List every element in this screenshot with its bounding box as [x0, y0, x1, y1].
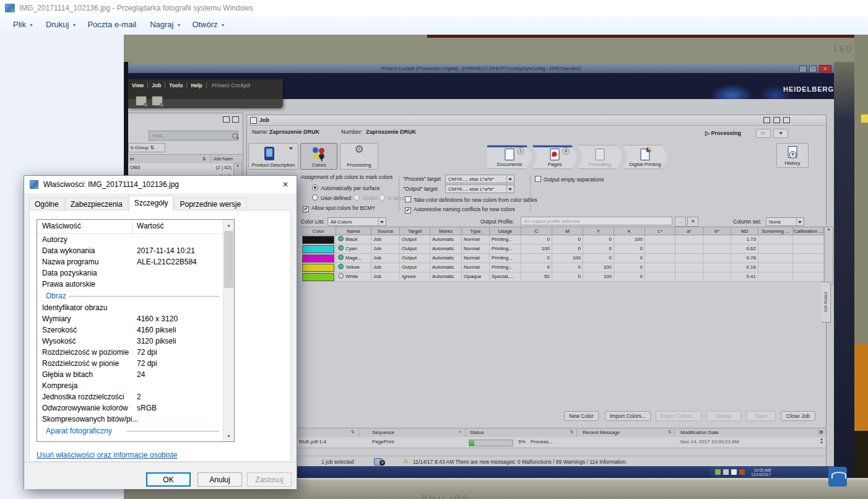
- column-header-nd[interactable]: ND: [731, 227, 758, 235]
- column-header-type[interactable]: Type: [462, 227, 490, 235]
- property-row[interactable]: Data pozyskania: [37, 267, 234, 279]
- find-input[interactable]: Find...: [149, 131, 238, 141]
- stop-processing-button[interactable]: ■: [773, 129, 788, 138]
- history-button[interactable]: History: [776, 143, 809, 168]
- property-row[interactable]: Prawa autorskie: [37, 279, 234, 290]
- column-header-target[interactable]: Target: [400, 227, 430, 235]
- color-table-scrollbar[interactable]: ▲: [824, 227, 833, 285]
- property-row[interactable]: Jednostka rozdzielczości2: [37, 391, 234, 402]
- menu-view[interactable]: View: [128, 82, 148, 89]
- property-row[interactable]: Autorzy: [37, 234, 234, 245]
- panel-maximize-icon[interactable]: [783, 117, 790, 123]
- tab-poprzednie-wersje[interactable]: Poprzednie wersje: [174, 197, 246, 210]
- column-set-select[interactable]: None: [766, 217, 804, 226]
- property-row[interactable]: Szerokość4160 pikseli: [37, 324, 234, 336]
- tab-zabezpieczenia[interactable]: Zabezpieczenia: [65, 197, 128, 210]
- cancel-button[interactable]: Anuluj: [197, 472, 242, 487]
- tab-szczeg-y[interactable]: Szczegóły: [129, 196, 174, 210]
- panel-float-icon[interactable]: [232, 116, 239, 123]
- job-group-row[interactable]: OBS (2 | 62): [128, 163, 243, 173]
- column-header-marks[interactable]: Marks: [430, 227, 462, 235]
- color-table-row[interactable]: YellowJobOutputAutomaticNormalPrinting..…: [301, 263, 825, 272]
- column-header-color[interactable]: Color: [301, 227, 336, 235]
- property-row[interactable]: Identyfikator obrazu: [37, 302, 234, 313]
- property-row[interactable]: Odwzorowywanie kolorówsRGB: [37, 402, 234, 414]
- output-profile-field[interactable]: No output profile selected: [521, 217, 672, 225]
- checkbox-output-empty-separations[interactable]: Output empty separations: [535, 176, 604, 183]
- column-header-screening[interactable]: Screening ...: [758, 227, 793, 235]
- property-row[interactable]: Data wykonania2017-11-14 10:21: [37, 245, 234, 256]
- column-header-calibration[interactable]: Calibration ...: [793, 227, 824, 235]
- column-header-name[interactable]: Name: [336, 227, 371, 235]
- toolbar-icon-printer[interactable]: [152, 96, 163, 106]
- property-row[interactable]: Nazwa programuALE-L21C22B584: [37, 256, 234, 267]
- workflow-step-precutting[interactable]: Precutting: [578, 145, 623, 169]
- viewer-menu-drukuj[interactable]: Drukuj▼: [44, 19, 79, 30]
- menu-help[interactable]: Help: [187, 82, 206, 89]
- viewer-menu-plik[interactable]: Plik▼: [11, 19, 35, 30]
- apply-button[interactable]: Zastosuj: [247, 472, 292, 487]
- column-header-usage[interactable]: Usage: [490, 227, 521, 235]
- column-header-y[interactable]: Y: [583, 227, 614, 235]
- colors-button[interactable]: Colors: [300, 143, 337, 170]
- column-header-l[interactable]: L*: [645, 227, 675, 235]
- panel-pin-icon[interactable]: [763, 117, 770, 123]
- property-row[interactable]: Skompresowanych bitów/pi...: [37, 414, 234, 425]
- column-header-source[interactable]: Source: [371, 227, 400, 235]
- viewer-menu-poczta-e-mail[interactable]: Poczta e-mail: [85, 19, 138, 30]
- workflow-step-pages[interactable]: 4Pages: [532, 145, 578, 169]
- checkbox-allow-spot-colors[interactable]: ✔Allow spot colors for BCMY: [303, 205, 375, 212]
- product-description-button[interactable]: Product Description: [248, 143, 298, 170]
- color-table-row[interactable]: CyanJobOutputAutomaticNormalPrinting...1…: [301, 245, 825, 254]
- queue-scrollbar[interactable]: ▲▼: [820, 437, 823, 445]
- checkbox-take-color-definitions[interactable]: Take color definitions for new colors fr…: [405, 196, 537, 203]
- color-list-select[interactable]: All Colors: [328, 217, 386, 226]
- radio-user-defined[interactable]: User-defined: Global in layout: [312, 194, 407, 201]
- color-table-row[interactable]: BlackJobOutputAutomaticNormalPrinting...…: [301, 235, 825, 245]
- ok-button[interactable]: OK: [146, 472, 191, 487]
- tray-icon-red[interactable]: [739, 469, 745, 475]
- scroll-up-icon[interactable]: ▲: [224, 220, 234, 230]
- column-header-m[interactable]: M: [552, 227, 583, 235]
- color-table-row[interactable]: WhiteJobIgnoreAutomaticOpaqueSpecial,...…: [301, 272, 825, 282]
- clear-profile-button[interactable]: ✕: [687, 217, 698, 227]
- tray-icon-green[interactable]: [715, 469, 721, 475]
- output-target-select[interactable]: CMYK..., else L*a*b*: [445, 184, 514, 193]
- queue-row[interactable]: RUK.pdf 1-4 PagePrint 5% Process... Nov …: [247, 437, 826, 448]
- checkbox-autoresolve-naming[interactable]: ✔Autoresolve naming conflicts for new co…: [405, 206, 514, 214]
- radio-automatically-per-surface[interactable]: Automatically per surface: [312, 184, 380, 191]
- property-row[interactable]: Głębia w bitach24: [37, 369, 234, 380]
- column-header-c[interactable]: C: [521, 227, 552, 235]
- toolbar-icon-settings[interactable]: [136, 96, 147, 106]
- menu-job[interactable]: Job: [148, 82, 165, 89]
- column-header-k[interactable]: K: [614, 227, 645, 235]
- dialog-close-icon[interactable]: ✕: [274, 176, 297, 193]
- color-table-row[interactable]: Mage...JobOutputAutomaticNormalPrinting.…: [301, 254, 825, 263]
- job-group-button[interactable]: b Group ⇅: [128, 143, 165, 152]
- property-row[interactable]: Wysokość3120 pikseli: [37, 336, 234, 347]
- property-row[interactable]: Kompresja: [37, 380, 234, 391]
- menu-tools[interactable]: Tools: [165, 82, 187, 89]
- column-header-a[interactable]: a*: [675, 227, 703, 235]
- panel-collapse-icon[interactable]: [223, 116, 230, 123]
- column-header-b[interactable]: b*: [703, 227, 731, 235]
- tab-og-lne[interactable]: Ogólne: [29, 197, 64, 210]
- scroll-down-icon[interactable]: ▼: [224, 431, 234, 441]
- close-icon[interactable]: x: [819, 65, 831, 72]
- minimize-icon[interactable]: –: [799, 66, 807, 72]
- property-row[interactable]: Rozdzielczość w pionie72 dpi: [37, 358, 234, 369]
- start-processing-button[interactable]: ▷: [756, 129, 771, 138]
- property-row[interactable]: Wymiary4160 x 3120: [37, 313, 234, 324]
- processing-button[interactable]: ⚙ Processing: [340, 143, 378, 170]
- browse-profile-button[interactable]: ...: [675, 217, 686, 227]
- workflow-step-documents[interactable]: 1Documents: [487, 145, 532, 169]
- process-target-select[interactable]: CMYK..., else L*a*b*: [445, 175, 514, 183]
- workflow-step-digital-printing[interactable]: Digital Printing: [623, 145, 668, 169]
- tray-icon-gray[interactable]: [723, 469, 729, 475]
- tray-icon-window[interactable]: [731, 469, 737, 475]
- remove-properties-link[interactable]: Usuń właściwości oraz informacje osobist…: [37, 451, 177, 459]
- maximize-icon[interactable]: □: [809, 66, 817, 72]
- viewer-menu-nagraj[interactable]: Nagraj▼: [148, 19, 183, 30]
- viewer-menu-otw-rz[interactable]: Otwórz▼: [190, 19, 227, 30]
- close-job-button[interactable]: Close Job: [781, 411, 815, 421]
